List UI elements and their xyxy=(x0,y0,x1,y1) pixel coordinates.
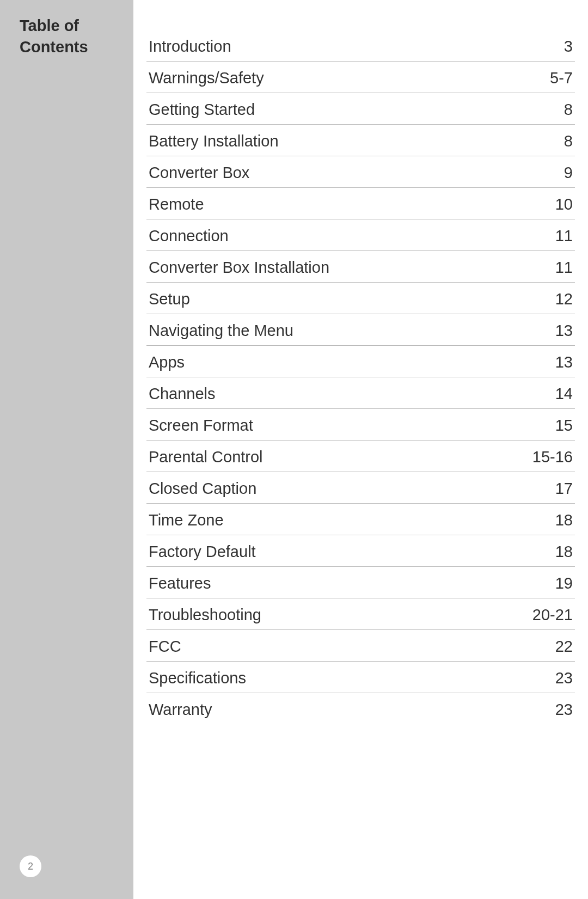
toc-row: Converter Box Installation 11 xyxy=(146,251,575,283)
toc-label: Channels xyxy=(149,385,216,403)
toc-page: 8 xyxy=(564,101,573,119)
toc-row: Apps 13 xyxy=(146,346,575,377)
toc-page: 5-7 xyxy=(550,69,573,87)
toc-list: Introduction 3 Warnings/Safety 5-7 Getti… xyxy=(133,0,588,899)
toc-label: Screen Format xyxy=(149,417,253,435)
toc-row: Channels 14 xyxy=(146,377,575,409)
toc-page: 20-21 xyxy=(532,606,573,624)
toc-row: FCC 22 xyxy=(146,630,575,662)
toc-row: Setup 12 xyxy=(146,283,575,314)
toc-row: Factory Default 18 xyxy=(146,535,575,567)
toc-label: Battery Installation xyxy=(149,132,279,150)
page-number-badge: 2 xyxy=(20,855,41,877)
toc-page: 14 xyxy=(555,385,573,403)
toc-page: 17 xyxy=(555,480,573,498)
toc-page: 13 xyxy=(555,322,573,340)
toc-label: Parental Control xyxy=(149,448,263,466)
toc-row: Navigating the Menu 13 xyxy=(146,314,575,346)
toc-row: Warnings/Safety 5-7 xyxy=(146,62,575,93)
page-number: 2 xyxy=(28,861,33,872)
toc-row: Features 19 xyxy=(146,567,575,598)
toc-page: 11 xyxy=(555,227,573,245)
toc-label: Warranty xyxy=(149,701,212,719)
toc-label: FCC xyxy=(149,638,181,656)
toc-row: Screen Format 15 xyxy=(146,409,575,441)
toc-row: Troubleshooting 20-21 xyxy=(146,598,575,630)
toc-row: Specifications 23 xyxy=(146,662,575,693)
toc-page: 18 xyxy=(555,511,573,529)
toc-page: 13 xyxy=(555,353,573,371)
sidebar: Table of Contents 2 xyxy=(0,0,133,899)
toc-row: Warranty 23 xyxy=(146,693,575,724)
toc-heading: Table of Contents xyxy=(20,15,133,58)
toc-row: Parental Control 15-16 xyxy=(146,441,575,472)
toc-label: Remote xyxy=(149,195,204,213)
toc-heading-line2: Contents xyxy=(20,36,133,58)
toc-row: Closed Caption 17 xyxy=(146,472,575,504)
toc-label: Converter Box xyxy=(149,164,249,182)
toc-page: 8 xyxy=(564,132,573,150)
toc-label: Factory Default xyxy=(149,543,256,561)
toc-row: Remote 10 xyxy=(146,188,575,219)
toc-label: Navigating the Menu xyxy=(149,322,293,340)
toc-label: Converter Box Installation xyxy=(149,259,329,277)
toc-row: Connection 11 xyxy=(146,219,575,251)
toc-label: Connection xyxy=(149,227,229,245)
toc-page: 23 xyxy=(555,701,573,719)
toc-label: Closed Caption xyxy=(149,480,256,498)
toc-row: Battery Installation 8 xyxy=(146,125,575,156)
toc-page: 12 xyxy=(555,290,573,308)
toc-page: 22 xyxy=(555,638,573,656)
toc-page: 19 xyxy=(555,574,573,592)
toc-label: Troubleshooting xyxy=(149,606,261,624)
toc-page: 3 xyxy=(564,38,573,56)
toc-label: Getting Started xyxy=(149,101,255,119)
toc-row: Getting Started 8 xyxy=(146,93,575,125)
toc-row: Introduction 3 xyxy=(146,30,575,62)
toc-page: 9 xyxy=(564,164,573,182)
toc-row: Time Zone 18 xyxy=(146,504,575,535)
toc-heading-line1: Table of xyxy=(20,15,133,36)
toc-page: 11 xyxy=(555,259,573,277)
toc-row: Converter Box 9 xyxy=(146,156,575,188)
toc-label: Introduction xyxy=(149,38,231,56)
toc-page: 23 xyxy=(555,669,573,687)
toc-page: 15-16 xyxy=(532,448,573,466)
toc-label: Features xyxy=(149,574,211,592)
toc-label: Warnings/Safety xyxy=(149,69,264,87)
toc-page: 18 xyxy=(555,543,573,561)
toc-label: Specifications xyxy=(149,669,246,687)
toc-label: Setup xyxy=(149,290,190,308)
toc-label: Time Zone xyxy=(149,511,224,529)
toc-page: 10 xyxy=(555,195,573,213)
toc-page: 15 xyxy=(555,417,573,435)
toc-label: Apps xyxy=(149,353,185,371)
